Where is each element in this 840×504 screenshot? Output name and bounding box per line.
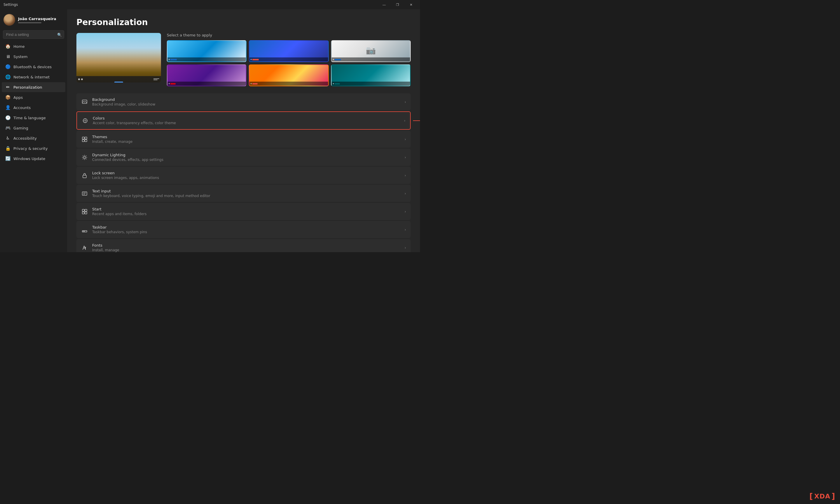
theme-btn-4 bbox=[170, 83, 176, 85]
taskbar-chevron: › bbox=[405, 228, 406, 232]
settings-item-dynamic-lighting[interactable]: Dynamic Lighting Connected devices, effe… bbox=[76, 149, 411, 166]
lock-screen-chevron: › bbox=[405, 174, 406, 178]
sidebar-label-system: System bbox=[13, 55, 62, 59]
sidebar-label-time: Time & language bbox=[13, 116, 62, 120]
red-arrow-line bbox=[413, 120, 420, 121]
sidebar-item-time[interactable]: 🕐 Time & language bbox=[2, 113, 65, 123]
theme-btn-3 bbox=[335, 59, 341, 60]
colors-text: Colors Accent color, transparency effect… bbox=[93, 116, 400, 125]
theme-btn-5 bbox=[252, 83, 258, 85]
theme-dot-1 bbox=[169, 59, 170, 60]
start-name: Start bbox=[92, 207, 400, 211]
svg-rect-5 bbox=[85, 140, 87, 142]
theme-card-photo[interactable]: 📷 bbox=[331, 40, 411, 62]
taskbar-name: Taskbar bbox=[92, 225, 400, 229]
sidebar-label-gaming: Gaming bbox=[13, 126, 62, 130]
background-name: Background bbox=[92, 97, 400, 102]
sidebar-item-gaming[interactable]: 🎮 Gaming bbox=[2, 123, 65, 133]
themes-text: Themes Install, create, manage bbox=[92, 135, 400, 144]
sidebar-label-home: Home bbox=[13, 44, 62, 49]
sidebar-item-bluetooth[interactable]: 🔵 Bluetooth & devices bbox=[2, 62, 65, 72]
lock-screen-text: Lock screen Lock screen images, apps, an… bbox=[92, 171, 400, 180]
text-input-text: Text input Touch keyboard, voice typing,… bbox=[92, 189, 400, 198]
network-icon: 🌐 bbox=[5, 74, 11, 79]
profile-bar bbox=[18, 22, 41, 23]
theme-card-purple[interactable] bbox=[167, 65, 246, 86]
theme-dot-4 bbox=[169, 83, 170, 84]
theme-card-bar-3 bbox=[332, 57, 410, 61]
text-input-icon bbox=[81, 190, 88, 197]
text-input-desc: Touch keyboard, voice typing, emoji and … bbox=[92, 194, 400, 198]
theme-btn-6 bbox=[335, 83, 340, 85]
close-button[interactable]: ✕ bbox=[404, 0, 418, 9]
theme-card-bar-5 bbox=[249, 82, 328, 86]
theme-btn-2 bbox=[252, 59, 259, 60]
sidebar-item-system[interactable]: 🖥 System bbox=[2, 52, 65, 61]
profile-name: João Carrasqueira bbox=[18, 17, 56, 21]
search-box: 🔍 bbox=[3, 30, 64, 39]
svg-rect-11 bbox=[82, 212, 84, 214]
settings-item-fonts[interactable]: Fonts Install, manage › bbox=[76, 239, 411, 252]
settings-item-colors[interactable]: Colors Accent color, transparency effect… bbox=[76, 111, 411, 130]
bluetooth-icon: 🔵 bbox=[5, 64, 11, 69]
colors-chevron: › bbox=[404, 119, 405, 123]
start-text: Start Recent apps and items, folders bbox=[92, 207, 400, 216]
current-wallpaper-preview bbox=[76, 33, 161, 83]
themes-icon bbox=[81, 136, 88, 143]
page-title: Personalization bbox=[76, 17, 411, 27]
theme-dot-3 bbox=[333, 59, 334, 60]
theme-card-blue-light[interactable] bbox=[167, 40, 246, 62]
accounts-icon: 👤 bbox=[5, 105, 11, 110]
lock-screen-name: Lock screen bbox=[92, 171, 400, 175]
lock-screen-icon bbox=[81, 172, 88, 179]
settings-item-themes[interactable]: Themes Install, create, manage › bbox=[76, 131, 411, 148]
accessibility-icon: ♿ bbox=[5, 136, 11, 141]
sidebar-item-apps[interactable]: 📦 Apps bbox=[2, 92, 65, 102]
sidebar: João Carrasqueira 🔍 🏠 Home 🖥 System 🔵 Bl… bbox=[0, 9, 67, 252]
personalization-icon: ✏️ bbox=[5, 85, 11, 90]
search-icon: 🔍 bbox=[57, 32, 62, 37]
start-desc: Recent apps and items, folders bbox=[92, 212, 400, 216]
fonts-name: Fonts bbox=[92, 243, 400, 248]
theme-card-ocean[interactable] bbox=[331, 65, 411, 86]
sidebar-item-accounts[interactable]: 👤 Accounts bbox=[2, 103, 65, 112]
taskbar-dot-1 bbox=[78, 78, 80, 80]
sidebar-label-accessibility: Accessibility bbox=[13, 136, 62, 141]
sidebar-item-update[interactable]: 🔄 Windows Update bbox=[2, 154, 65, 164]
background-desc: Background image, color, slideshow bbox=[92, 102, 400, 106]
settings-item-start[interactable]: Start Recent apps and items, folders › bbox=[76, 203, 411, 220]
titlebar-title: Settings bbox=[3, 3, 18, 7]
svg-rect-8 bbox=[82, 192, 87, 195]
fonts-desc: Install, manage bbox=[92, 248, 400, 252]
settings-item-taskbar[interactable]: Taskbar Taskbar behaviors, system pins › bbox=[76, 221, 411, 238]
settings-item-background[interactable]: Background Background image, color, slid… bbox=[76, 93, 411, 110]
sidebar-item-personalization[interactable]: ✏️ Personalization bbox=[2, 82, 65, 92]
sidebar-item-accessibility[interactable]: ♿ Accessibility bbox=[2, 133, 65, 143]
theme-photo-icon: 📷 bbox=[366, 46, 376, 55]
restore-button[interactable]: ❐ bbox=[391, 0, 404, 9]
sidebar-item-network[interactable]: 🌐 Network & internet bbox=[2, 72, 65, 82]
settings-item-lock-screen[interactable]: Lock screen Lock screen images, apps, an… bbox=[76, 167, 411, 184]
privacy-icon: 🔒 bbox=[5, 146, 11, 151]
theme-card-floral[interactable] bbox=[249, 65, 328, 86]
theme-card-bar-6 bbox=[332, 82, 410, 86]
theme-dot-6 bbox=[333, 83, 334, 84]
apps-icon: 📦 bbox=[5, 95, 11, 100]
taskbar-line-2 bbox=[153, 79, 158, 80]
sidebar-item-privacy[interactable]: 🔒 Privacy & security bbox=[2, 143, 65, 153]
svg-rect-7 bbox=[83, 175, 86, 178]
settings-item-text-input[interactable]: Text input Touch keyboard, voice typing,… bbox=[76, 185, 411, 202]
svg-rect-3 bbox=[85, 137, 87, 139]
theme-card-blue-dark[interactable] bbox=[249, 40, 328, 62]
sidebar-item-home[interactable]: 🏠 Home bbox=[2, 41, 65, 51]
theme-dot-2 bbox=[250, 59, 252, 60]
profile-section[interactable]: João Carrasqueira bbox=[0, 9, 67, 29]
svg-rect-9 bbox=[82, 209, 84, 211]
dynamic-lighting-name: Dynamic Lighting bbox=[92, 153, 400, 157]
minimize-button[interactable]: — bbox=[378, 0, 391, 9]
text-input-name: Text input bbox=[92, 189, 400, 193]
background-text: Background Background image, color, slid… bbox=[92, 97, 400, 106]
search-input[interactable] bbox=[3, 30, 64, 39]
theme-dot-5 bbox=[250, 83, 252, 84]
gaming-icon: 🎮 bbox=[5, 125, 11, 131]
